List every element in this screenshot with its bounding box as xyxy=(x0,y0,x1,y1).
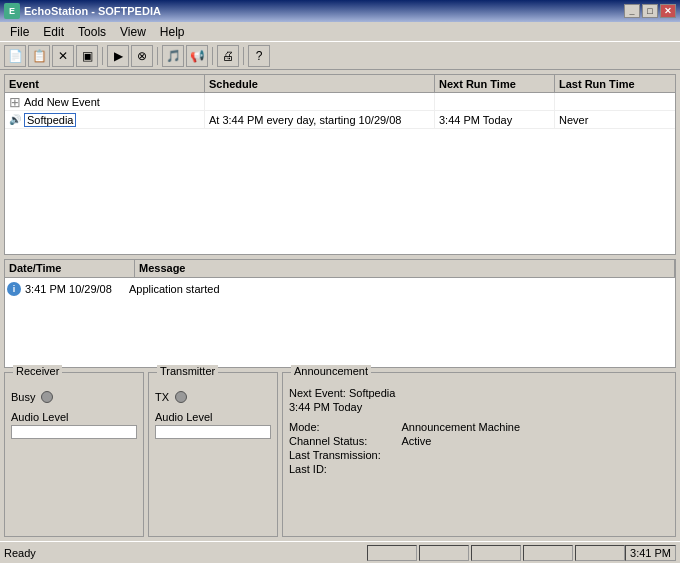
next-event-label: Next Event: xyxy=(289,387,349,399)
time-line: 3:44 PM Today xyxy=(289,401,669,413)
log-col-message: Message xyxy=(135,260,675,277)
tx-label: TX xyxy=(155,391,169,403)
log-message: Application started xyxy=(129,283,220,295)
toolbar: 📄 📋 ✕ ▣ ▶ ⊗ 🎵 📢 🖨 ? xyxy=(0,42,680,70)
info-icon: i xyxy=(7,282,21,296)
minimize-button[interactable]: _ xyxy=(624,4,640,18)
event-cell: 🔊 Softpedia xyxy=(5,111,205,128)
tx-audio-level-bar xyxy=(155,425,271,439)
title-bar: E EchoStation - SOFTPEDIA _ □ ✕ xyxy=(0,0,680,22)
toolbar-arrow[interactable]: ▶ xyxy=(107,45,129,67)
channel-status-label: Channel Status: xyxy=(289,435,399,447)
menu-bar: File Edit Tools View Help xyxy=(0,22,680,42)
bottom-section: Receiver Busy Audio Level Transmitter TX… xyxy=(4,372,676,537)
col-event[interactable]: Event xyxy=(5,75,205,92)
close-button[interactable]: ✕ xyxy=(660,4,676,18)
last-id-label: Last ID: xyxy=(289,463,399,475)
toolbar-pkg[interactable]: ▣ xyxy=(76,45,98,67)
events-panel: Event Schedule Next Run Time Last Run Ti… xyxy=(4,74,676,255)
last-transmission-label: Last Transmission: xyxy=(289,449,399,461)
add-event-label: Add New Event xyxy=(24,96,100,108)
speaker-icon: 🔊 xyxy=(9,114,21,125)
window-controls: _ □ ✕ xyxy=(624,4,676,18)
tx-row: TX xyxy=(155,391,271,403)
channel-status-line: Channel Status: Active xyxy=(289,435,669,447)
add-icon: ⊞ xyxy=(9,94,21,110)
toolbar-help[interactable]: ? xyxy=(248,45,270,67)
menu-edit[interactable]: Edit xyxy=(37,23,70,41)
maximize-button[interactable]: □ xyxy=(642,4,658,18)
toolbar-stop[interactable]: ⊗ xyxy=(131,45,153,67)
status-panel-5 xyxy=(575,545,625,561)
log-col-datetime: Date/Time xyxy=(5,260,135,277)
details-section: Mode: Announcement Machine Channel Statu… xyxy=(289,421,669,475)
announcement-group: Announcement Next Event: Softpedia 3:44 … xyxy=(282,372,676,537)
receiver-group: Receiver Busy Audio Level xyxy=(4,372,144,537)
audio-level-bar xyxy=(11,425,137,439)
menu-help[interactable]: Help xyxy=(154,23,191,41)
events-table-header: Event Schedule Next Run Time Last Run Ti… xyxy=(5,75,675,93)
table-row[interactable]: 🔊 Softpedia At 3:44 PM every day, starti… xyxy=(5,111,675,129)
add-nextrun-cell xyxy=(435,93,555,110)
toolbar-copy[interactable]: 📋 xyxy=(28,45,50,67)
status-ready: Ready xyxy=(4,547,367,559)
time-value: 3:44 PM Today xyxy=(289,401,362,413)
toolbar-announce[interactable]: 📢 xyxy=(186,45,208,67)
next-event-line: Next Event: Softpedia xyxy=(289,387,669,399)
menu-view[interactable]: View xyxy=(114,23,152,41)
add-lastrun-cell xyxy=(555,93,675,110)
toolbar-sep2 xyxy=(157,47,158,65)
event-name: Softpedia xyxy=(24,113,76,127)
transmitter-title: Transmitter xyxy=(157,365,218,377)
status-panel-2 xyxy=(419,545,469,561)
receiver-title: Receiver xyxy=(13,365,62,377)
menu-file[interactable]: File xyxy=(4,23,35,41)
toolbar-sep1 xyxy=(102,47,103,65)
mode-label: Mode: xyxy=(289,421,399,433)
log-panel: Date/Time Message i 3:41 PM 10/29/08 App… xyxy=(4,259,676,368)
transmitter-group: Transmitter TX Audio Level xyxy=(148,372,278,537)
toolbar-print[interactable]: 🖨 xyxy=(217,45,239,67)
announcement-content: Next Event: Softpedia 3:44 PM Today Mode… xyxy=(289,387,669,475)
toolbar-new[interactable]: 📄 xyxy=(4,45,26,67)
app-title: EchoStation - SOFTPEDIA xyxy=(24,5,161,17)
nextrun-cell: 3:44 PM Today xyxy=(435,111,555,128)
menu-tools[interactable]: Tools xyxy=(72,23,112,41)
tx-led xyxy=(175,391,187,403)
events-table-body: ⊞ Add New Event 🔊 Softpedia At 3:44 PM e… xyxy=(5,93,675,129)
lastrun-cell: Never xyxy=(555,111,675,128)
log-header: Date/Time Message xyxy=(5,260,675,278)
status-panel-4 xyxy=(523,545,573,561)
status-panel-1 xyxy=(367,545,417,561)
main-content: Event Schedule Next Run Time Last Run Ti… xyxy=(0,70,680,541)
toolbar-sep4 xyxy=(243,47,244,65)
toolbar-audio[interactable]: 🎵 xyxy=(162,45,184,67)
status-bar: Ready 3:41 PM xyxy=(0,541,680,563)
last-transmission-line: Last Transmission: xyxy=(289,449,669,461)
next-event-value: Softpedia xyxy=(349,387,395,399)
add-event-cell: ⊞ Add New Event xyxy=(5,93,205,110)
busy-led xyxy=(41,391,53,403)
last-id-line: Last ID: xyxy=(289,463,669,475)
status-panels xyxy=(367,545,625,561)
tx-audio-level-label: Audio Level xyxy=(155,411,271,423)
mode-line: Mode: Announcement Machine xyxy=(289,421,669,433)
status-panel-3 xyxy=(471,545,521,561)
busy-label: Busy xyxy=(11,391,35,403)
channel-status-value: Active xyxy=(401,435,431,447)
toolbar-sep3 xyxy=(212,47,213,65)
tx-audio-level-section: Audio Level xyxy=(155,411,271,439)
log-row: i 3:41 PM 10/29/08 Application started xyxy=(7,280,673,298)
toolbar-delete[interactable]: ✕ xyxy=(52,45,74,67)
log-datetime: 3:41 PM 10/29/08 xyxy=(25,283,125,295)
app-icon: E xyxy=(4,3,20,19)
col-nextrun[interactable]: Next Run Time xyxy=(435,75,555,92)
busy-row: Busy xyxy=(11,391,137,403)
audio-level-section: Audio Level xyxy=(11,411,137,439)
col-lastrun[interactable]: Last Run Time xyxy=(555,75,675,92)
audio-level-label: Audio Level xyxy=(11,411,137,423)
announcement-title: Announcement xyxy=(291,365,371,377)
schedule-cell: At 3:44 PM every day, starting 10/29/08 xyxy=(205,111,435,128)
col-schedule[interactable]: Schedule xyxy=(205,75,435,92)
add-new-event-row[interactable]: ⊞ Add New Event xyxy=(5,93,675,111)
